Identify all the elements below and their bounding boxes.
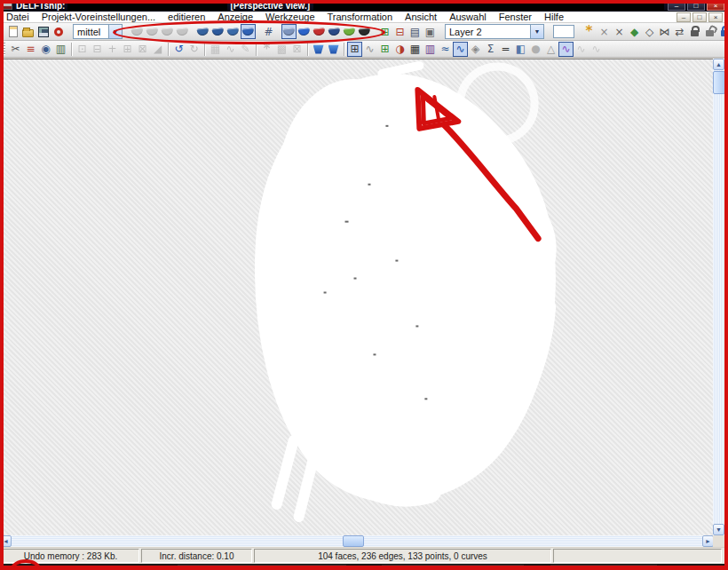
curvature-icon[interactable]: ∿ bbox=[558, 42, 574, 57]
layer-dialog-icon[interactable]: ▣ bbox=[423, 24, 438, 39]
lock-icon[interactable] bbox=[687, 24, 702, 39]
top-view-icon[interactable] bbox=[226, 24, 241, 39]
open-file-icon[interactable] bbox=[20, 24, 36, 39]
leak-test-icon[interactable] bbox=[326, 42, 341, 57]
shaded-mode-icon[interactable] bbox=[281, 24, 297, 39]
delete-box-icon[interactable]: ⊠ bbox=[135, 42, 150, 57]
remove-selection-icon[interactable]: ⊠ bbox=[289, 42, 305, 57]
insert-curve-icon[interactable]: ∿ bbox=[223, 42, 238, 57]
vertical-scrollbar[interactable]: ▲ ▼ bbox=[713, 59, 725, 535]
insert-point-icon[interactable]: * bbox=[582, 24, 597, 39]
menu-item-editieren[interactable]: editieren bbox=[162, 12, 211, 23]
menu-item-datei[interactable]: Datei bbox=[0, 12, 36, 23]
close-button[interactable]: × bbox=[707, 2, 724, 11]
new-file-icon[interactable] bbox=[5, 24, 20, 39]
save-icon[interactable] bbox=[36, 24, 51, 39]
insert-plane-icon[interactable]: ◆ bbox=[627, 24, 642, 39]
split-edge-icon[interactable]: × bbox=[597, 24, 612, 39]
front-view-icon[interactable] bbox=[195, 24, 210, 39]
perspective-viewport[interactable] bbox=[0, 59, 714, 535]
intersections-icon[interactable]: ✂ bbox=[8, 42, 23, 57]
perspective-view-icon[interactable] bbox=[241, 24, 256, 39]
rotate-box-icon[interactable]: ⊟ bbox=[90, 42, 105, 57]
menu-item-transformation[interactable]: Transformation bbox=[321, 12, 400, 23]
unlock-icon[interactable] bbox=[702, 24, 717, 39]
menu-item-anzeige[interactable]: Anzeige bbox=[211, 12, 259, 23]
panel-icon[interactable]: ● bbox=[528, 42, 543, 57]
menu-item-hilfe[interactable]: Hilfe bbox=[538, 12, 570, 23]
coarsen-mesh-icon[interactable]: ▩ bbox=[274, 42, 289, 57]
layer-properties-icon[interactable]: ▤ bbox=[408, 24, 423, 39]
layer-color-swatch[interactable] bbox=[551, 24, 576, 39]
precision-combo[interactable]: mittel▼ bbox=[73, 24, 123, 39]
both-sides-icon[interactable]: ◑ bbox=[392, 42, 408, 57]
add-layer-icon[interactable]: ⊞ bbox=[377, 24, 392, 39]
gauss-curvature-icon[interactable] bbox=[312, 24, 327, 39]
refine-mesh-icon[interactable]: * bbox=[259, 42, 274, 57]
stations-icon[interactable]: ▦ bbox=[408, 42, 423, 57]
shear-box-icon[interactable]: ◢ bbox=[150, 42, 165, 57]
undo-icon[interactable]: ↺ bbox=[171, 42, 186, 57]
mdi-restore-button[interactable]: □ bbox=[692, 12, 707, 22]
move-box-icon[interactable]: + bbox=[105, 42, 120, 57]
vertical-scroll-thumb[interactable] bbox=[713, 71, 725, 94]
status-undo-memory: Undo memory : 283 Kb. bbox=[2, 549, 139, 563]
hydrostatics-icon[interactable]: ≡ bbox=[23, 42, 38, 57]
layer-combo-dropdown-arrow[interactable]: ▼ bbox=[530, 25, 543, 38]
collapse-edge-icon[interactable]: × bbox=[612, 24, 627, 39]
scroll-left-button[interactable]: ◄ bbox=[0, 535, 12, 547]
tank-icon[interactable]: ▥ bbox=[53, 42, 68, 57]
mdi-minimize-button[interactable]: – bbox=[677, 12, 691, 22]
curvature-profile-icon[interactable]: ∿ bbox=[589, 42, 604, 57]
scroll-down-button[interactable]: ▼ bbox=[713, 524, 724, 535]
scale-box-icon[interactable]: ⊞ bbox=[120, 42, 135, 57]
new-face-icon[interactable]: ◇ bbox=[642, 24, 657, 39]
wireframe-side-view-icon[interactable] bbox=[145, 24, 160, 39]
detach-icon[interactable]: ⇄ bbox=[672, 24, 687, 39]
develop-plates-icon[interactable]: △ bbox=[543, 42, 558, 57]
waterlines-icon[interactable]: ≈ bbox=[438, 42, 453, 57]
wireframe-mode-icon[interactable]: # bbox=[261, 24, 276, 39]
wireframe-top-view-icon[interactable] bbox=[160, 24, 175, 39]
mirror-icon[interactable]: ⋈ bbox=[657, 24, 672, 39]
redo-icon[interactable]: ↻ bbox=[186, 42, 202, 57]
linesplan-icon[interactable]: = bbox=[498, 42, 513, 57]
menu-item-ansicht[interactable]: Ansicht bbox=[399, 12, 443, 23]
menu-item-projekt-voreinstellungen[interactable]: Projekt-Voreinstellungen... bbox=[36, 12, 162, 23]
control-net-icon[interactable]: ⊞ bbox=[347, 42, 362, 57]
environment-map-icon[interactable] bbox=[357, 24, 372, 39]
markers-icon[interactable]: ◧ bbox=[513, 42, 528, 57]
align-box-icon[interactable]: ⊡ bbox=[75, 42, 90, 57]
minimize-button[interactable]: – bbox=[668, 2, 685, 11]
points-dialog-icon[interactable]: ▦ bbox=[208, 42, 223, 57]
record-macro-icon[interactable] bbox=[51, 24, 66, 39]
delete-layer-icon[interactable]: ⊟ bbox=[392, 24, 408, 39]
maximize-button[interactable]: □ bbox=[687, 2, 705, 11]
zebra-shade-icon[interactable] bbox=[327, 24, 342, 39]
menu-item-werkzeuge[interactable]: Werkzeuge bbox=[259, 12, 320, 23]
wireframe-front-view-icon[interactable] bbox=[130, 24, 145, 39]
drag-mode-icon[interactable]: ✎ bbox=[238, 42, 253, 57]
wireframe-perspective-view-icon[interactable] bbox=[175, 24, 190, 39]
scroll-up-button[interactable]: ▲ bbox=[713, 59, 724, 70]
hydrostatics-calc-icon[interactable]: Σ bbox=[483, 42, 498, 57]
lock-points-icon[interactable] bbox=[717, 24, 728, 39]
flowlines-icon[interactable]: ◉ bbox=[38, 42, 53, 57]
menu-item-fenster[interactable]: Fenster bbox=[493, 12, 538, 23]
horizontal-scrollbar[interactable]: ◄ ► bbox=[0, 535, 714, 547]
control-curves-icon[interactable]: ∿ bbox=[362, 42, 377, 57]
precision-combo-dropdown-arrow[interactable]: ▼ bbox=[108, 25, 122, 38]
layer-combo[interactable]: Layer 2▼ bbox=[445, 24, 544, 39]
horizontal-scroll-thumb[interactable] bbox=[343, 535, 364, 547]
interior-edges-icon[interactable]: ⊞ bbox=[377, 42, 392, 57]
normals-icon[interactable]: ◈ bbox=[468, 42, 483, 57]
buttocks-icon[interactable]: ▥ bbox=[423, 42, 438, 57]
developability-icon[interactable] bbox=[342, 24, 357, 39]
flat-shade-icon[interactable] bbox=[297, 24, 312, 39]
curvature-waterlines-icon[interactable]: ∿ bbox=[453, 42, 468, 57]
menu-item-auswahl[interactable]: Auswahl bbox=[443, 12, 493, 23]
curvature-gauss-icon[interactable]: ∿ bbox=[574, 42, 589, 57]
check-model-icon[interactable] bbox=[311, 42, 326, 57]
side-view-icon[interactable] bbox=[210, 24, 226, 39]
mdi-close-button[interactable]: × bbox=[708, 12, 723, 22]
